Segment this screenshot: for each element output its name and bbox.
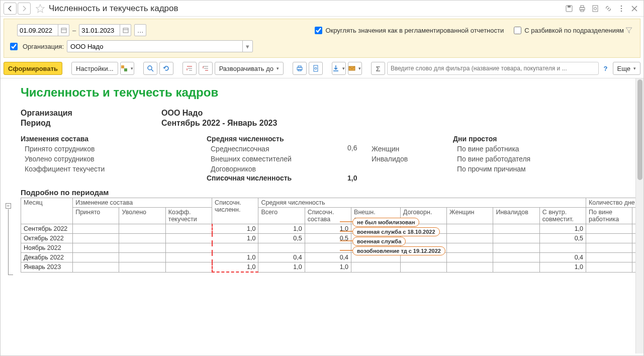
round-label: Округлять значения как в регламентирован…	[325, 27, 504, 34]
table-row[interactable]: Сентябрь 2022 1,0 1,0 1,0 1,0	[21, 224, 636, 234]
breakdown-checkbox[interactable]	[514, 27, 521, 34]
breakdown-label: С разбивкой по подразделениям	[524, 27, 624, 34]
tree-line	[8, 209, 9, 275]
th-disabled: Инвалидов	[493, 208, 539, 224]
callout-1: не был мобилизован	[352, 218, 419, 227]
save-file-button[interactable]: ▾	[332, 62, 346, 75]
date-separator: –	[72, 27, 76, 34]
sum-button[interactable]: Σ	[371, 62, 385, 75]
print-preview-button[interactable]	[309, 62, 323, 75]
idle-employer-label: По вине работодателя	[453, 154, 584, 164]
tree-line-end	[8, 275, 13, 275]
list-total-label: Списочная численность	[207, 174, 347, 182]
variants-button[interactable]: ▾	[120, 62, 134, 75]
svg-point-28	[315, 67, 317, 69]
svg-rect-10	[61, 28, 66, 33]
org-input[interactable]	[67, 41, 242, 52]
idle-other-label: По прочим причинам	[453, 164, 584, 174]
generate-button[interactable]: Сформировать	[4, 62, 62, 75]
table-row[interactable]: Январь 2023 1,0 1,0 1,0 1,0	[21, 262, 636, 273]
details-heading: Подробно по периодам	[21, 188, 635, 197]
find-button[interactable]	[143, 62, 157, 75]
th-days-group: Количество дне	[586, 198, 635, 208]
svg-point-16	[148, 66, 152, 70]
section-changes: Изменения состава	[21, 135, 207, 143]
turnover-label: Коэффициент текучести	[21, 164, 207, 174]
favorite-icon[interactable]	[35, 3, 46, 14]
svg-rect-14	[121, 65, 124, 68]
collapse-toggle[interactable]: −	[6, 203, 11, 209]
svg-point-9	[621, 10, 622, 12]
svg-point-7	[621, 5, 622, 7]
table-row[interactable]: Декабрь 2022 1,0 0,4 0,4 0,4	[21, 253, 636, 262]
print-icon[interactable]	[576, 3, 588, 15]
save-icon[interactable]	[563, 3, 575, 15]
details-table: Месяц Изменение состава Списочн. численн…	[21, 198, 635, 273]
period-value: Сентябрь 2022 - Январь 2023	[161, 119, 277, 127]
page-title: Численность и текучесть кадров	[49, 4, 178, 14]
section-avg: Средняя численность	[207, 135, 347, 143]
section-idle: Дни простоя	[453, 135, 584, 143]
svg-rect-3	[581, 6, 584, 8]
more-button[interactable]: Еще▾	[613, 62, 640, 75]
th-list-count: Списочн. численн.	[212, 198, 258, 224]
collapse-levels-button[interactable]	[182, 62, 197, 75]
vertical-scrollbar[interactable]	[635, 78, 643, 353]
preview-icon[interactable]	[589, 3, 601, 15]
refresh-button[interactable]	[159, 62, 173, 75]
link-icon[interactable]	[602, 3, 614, 15]
avg-external-label: Внешних совместителей	[207, 154, 347, 164]
close-icon[interactable]	[628, 3, 640, 15]
settings-button[interactable]: Настройки...	[71, 62, 118, 75]
print-button[interactable]	[293, 62, 307, 75]
calendar-icon[interactable]	[120, 25, 131, 36]
callout-4: возобновление тд с 19.12.2022	[352, 246, 445, 255]
org-select[interactable]: ▾	[67, 40, 253, 52]
svg-point-8	[621, 8, 622, 9]
report-title: Численность и текучесть кадров	[21, 85, 635, 100]
expand-to-button[interactable]: Разворачивать до▾	[215, 62, 284, 75]
filter-icon[interactable]	[624, 25, 634, 35]
callout-2: военная служба с 18.10.2022	[352, 227, 440, 236]
back-button[interactable]	[4, 3, 17, 15]
th-change-group: Изменение состава	[73, 198, 212, 208]
forward-button[interactable]	[18, 3, 31, 15]
avg-contract-label: Договорников	[207, 164, 347, 174]
women-label: Женщин	[367, 144, 453, 154]
svg-rect-27	[314, 65, 318, 71]
th-fired: Уволено	[119, 208, 165, 224]
chevron-down-icon[interactable]: ▾	[242, 41, 252, 52]
scrollbar-thumb[interactable]	[637, 79, 642, 180]
th-month: Месяц	[21, 198, 73, 224]
calendar-icon[interactable]	[58, 25, 69, 36]
send-mail-button[interactable]: ▾	[348, 62, 362, 75]
org-checkbox[interactable]	[10, 43, 18, 50]
th-women: Женщин	[447, 208, 493, 224]
date-from-field[interactable]	[17, 24, 69, 36]
date-to-input[interactable]	[79, 25, 120, 36]
th-hired: Принято	[73, 208, 119, 224]
table-row[interactable]: Октябрь 2022 1,0 0,5 0,5 0,5	[21, 234, 636, 243]
round-checkbox[interactable]	[315, 27, 322, 34]
table-row[interactable]: Ноябрь 2022	[21, 243, 636, 253]
date-to-field[interactable]	[79, 24, 131, 36]
expand-levels-button[interactable]	[199, 62, 213, 75]
params-panel: – … Округлять значения как в регламентир…	[4, 19, 640, 58]
toolbar: Сформировать Настройки... ▾ Разворачиват…	[1, 61, 643, 78]
help-icon[interactable]: ?	[601, 62, 611, 75]
report-body: Численность и текучесть кадров Организац…	[1, 78, 635, 353]
svg-rect-25	[298, 66, 301, 67]
titlebar: Численность и текучесть кадров	[1, 1, 643, 17]
svg-rect-15	[124, 68, 127, 71]
svg-rect-5	[593, 6, 598, 12]
idle-worker-label: По вине работника	[453, 144, 584, 154]
svg-point-6	[594, 7, 597, 10]
filter-input[interactable]	[391, 65, 595, 72]
filter-search[interactable]	[387, 62, 599, 75]
th-list: Списочн. состава	[305, 208, 351, 224]
date-from-input[interactable]	[18, 25, 58, 36]
period-picker-button[interactable]: …	[134, 24, 146, 36]
more-menu-icon[interactable]	[615, 3, 627, 15]
th-internal: С внутр. совместит.	[539, 208, 586, 224]
table-body: Сентябрь 2022 1,0 1,0 1,0 1,0 Октябрь 20…	[21, 224, 636, 273]
